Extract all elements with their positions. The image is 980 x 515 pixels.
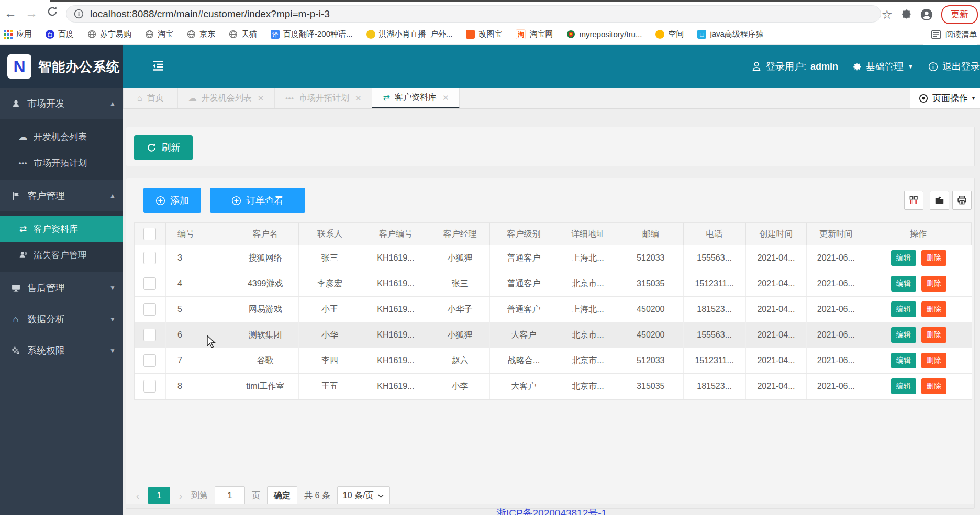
bookmark-item[interactable]: 改图宝 bbox=[466, 29, 502, 39]
bookmark-item[interactable]: 京东 bbox=[187, 29, 215, 39]
goto-label: 到第 bbox=[191, 490, 208, 501]
row-checkbox[interactable] bbox=[143, 252, 156, 264]
bookmark-item[interactable]: 苏宁易购 bbox=[87, 29, 131, 39]
close-icon[interactable]: ✕ bbox=[258, 94, 264, 103]
row-checkbox[interactable] bbox=[143, 329, 156, 341]
home-icon: ⌂ bbox=[9, 315, 22, 324]
sidebar-group-客户管理[interactable]: 客户管理▲ bbox=[0, 180, 123, 211]
edit-button[interactable]: 编辑 bbox=[891, 378, 916, 394]
print-button[interactable] bbox=[952, 191, 972, 210]
logout-button[interactable]: 退出登录 bbox=[928, 60, 980, 73]
bookmark-item[interactable]: 应用 bbox=[4, 29, 32, 39]
bookmark-item[interactable]: 淘宝 bbox=[145, 29, 173, 39]
delete-button[interactable]: 删除 bbox=[921, 378, 946, 394]
reload-icon[interactable] bbox=[42, 6, 63, 20]
order-view-button[interactable]: 订单查看 bbox=[210, 188, 305, 213]
close-icon[interactable]: ✕ bbox=[355, 94, 362, 103]
tab-开发机会列表[interactable]: ☁开发机会列表✕ bbox=[178, 88, 275, 108]
edit-button[interactable]: 编辑 bbox=[891, 327, 916, 343]
globe-icon bbox=[87, 30, 96, 39]
row-checkbox[interactable] bbox=[143, 228, 156, 240]
profile-icon[interactable] bbox=[920, 8, 933, 21]
info-circle-icon bbox=[928, 62, 938, 72]
edit-button[interactable]: 编辑 bbox=[891, 276, 916, 292]
prev-page-icon[interactable]: ‹ bbox=[134, 490, 141, 502]
export-button[interactable] bbox=[930, 191, 949, 210]
reading-list-button[interactable]: 阅读清单 bbox=[923, 24, 977, 45]
bookmark-label: 京东 bbox=[199, 29, 215, 39]
delete-button[interactable]: 删除 bbox=[921, 353, 946, 368]
site-info-icon[interactable] bbox=[74, 9, 84, 19]
next-page-icon[interactable]: › bbox=[177, 490, 184, 502]
taobao-icon: 淘 bbox=[516, 29, 526, 39]
bookmarks-bar: 应用百百度苏宁易购淘宝京东天猫译百度翻译-200种语...洪湖小肖直播_户外..… bbox=[0, 24, 980, 45]
chevron-up-icon: ▲ bbox=[109, 192, 116, 199]
app-title: 智能办公系统 bbox=[38, 58, 120, 75]
delete-button[interactable]: 删除 bbox=[921, 301, 946, 317]
bookmark-item[interactable]: 淘淘宝网 bbox=[516, 29, 553, 39]
refresh-button[interactable]: 刷新 bbox=[134, 135, 193, 160]
add-button[interactable]: 添加 bbox=[143, 188, 201, 213]
cell-客户编号: KH1619... bbox=[361, 348, 430, 373]
bookmark-item[interactable]: 天猫 bbox=[229, 29, 257, 39]
sidebar-item-开发机会列表[interactable]: ☁开发机会列表 bbox=[0, 124, 123, 150]
forward-icon[interactable]: → bbox=[21, 6, 42, 20]
bookmark-item[interactable]: 百百度 bbox=[46, 29, 74, 39]
cell-客户经理: 赵六 bbox=[430, 348, 490, 373]
edit-button[interactable]: 编辑 bbox=[891, 250, 916, 266]
edit-button[interactable]: 编辑 bbox=[891, 353, 916, 368]
tab-市场开拓计划[interactable]: •••市场开拓计划✕ bbox=[275, 88, 372, 108]
extensions-icon[interactable] bbox=[901, 9, 912, 20]
base-mgmt-menu[interactable]: 基础管理 ▼ bbox=[853, 60, 914, 73]
url-bar[interactable]: localhost:8088/crm/main#customer/index?m… bbox=[66, 5, 881, 23]
chevron-up-icon: ▲ bbox=[109, 100, 116, 107]
bookmark-item[interactable]: □java高级程序猿 bbox=[697, 29, 764, 39]
icp-footer-link[interactable]: 浙ICP备2020043812号-1 bbox=[123, 507, 980, 515]
filter-columns-button[interactable] bbox=[904, 191, 923, 210]
bookmark-item[interactable]: 空间 bbox=[655, 29, 684, 39]
logout-label: 退出登录 bbox=[942, 60, 980, 73]
home-icon: ⌂ bbox=[137, 94, 142, 103]
sidebar-collapse-icon[interactable] bbox=[152, 60, 164, 72]
sidebar-group-售后管理[interactable]: 售后管理▼ bbox=[0, 272, 123, 304]
row-checkbox[interactable] bbox=[143, 354, 156, 367]
row-checkbox[interactable] bbox=[143, 303, 156, 316]
cell-联系人: 小王 bbox=[299, 297, 362, 322]
sidebar-group-label: 系统权限 bbox=[27, 344, 65, 357]
cell-编号: 5 bbox=[166, 297, 232, 322]
row-checkbox[interactable] bbox=[143, 277, 156, 290]
sidebar-item-客户资料库[interactable]: ⇄客户资料库 bbox=[0, 216, 123, 242]
page-ops-button[interactable]: 页面操作 ▾ bbox=[910, 88, 980, 108]
back-icon[interactable]: ← bbox=[0, 6, 21, 20]
bookmark-item[interactable]: 洪湖小肖直播_户外... bbox=[366, 29, 453, 39]
confirm-page-button[interactable]: 确定 bbox=[267, 486, 297, 505]
row-checkbox[interactable] bbox=[143, 380, 156, 393]
sidebar-item-label: 开发机会列表 bbox=[34, 131, 87, 143]
logo-block[interactable]: N 智能办公系统 bbox=[0, 45, 123, 88]
sidebar-item-市场开拓计划[interactable]: •••市场开拓计划 bbox=[0, 150, 123, 176]
sidebar-group-市场开发[interactable]: 市场开发▲ bbox=[0, 88, 123, 119]
order-view-label: 订单查看 bbox=[246, 194, 284, 207]
filter-columns-icon bbox=[909, 195, 919, 205]
page-number-input[interactable] bbox=[215, 486, 245, 505]
sidebar-group-数据分析[interactable]: ⌂数据分析▼ bbox=[0, 304, 123, 335]
cell-客户经理: 小李 bbox=[430, 374, 490, 399]
bookmark-item[interactable]: 译百度翻译-200种语... bbox=[271, 29, 353, 39]
page-size-select[interactable]: 10 条/页 bbox=[337, 486, 391, 505]
delete-button[interactable]: 删除 bbox=[921, 276, 946, 292]
bookmark-item[interactable]: myrepository/tru... bbox=[566, 30, 642, 39]
plus-circle-icon bbox=[155, 196, 165, 206]
bookmark-star-icon[interactable]: ☆ bbox=[881, 8, 893, 21]
sidebar-group-系统权限[interactable]: 系统权限▼ bbox=[0, 335, 123, 366]
tab-首页[interactable]: ⌂首页 bbox=[123, 88, 178, 108]
cell-详细地址: 上海北... bbox=[558, 245, 618, 271]
delete-button[interactable]: 删除 bbox=[921, 327, 946, 343]
tab-label: 开发机会列表 bbox=[202, 93, 252, 104]
current-page-button[interactable]: 1 bbox=[148, 487, 170, 505]
browser-update-button[interactable]: 更新 bbox=[941, 5, 978, 24]
delete-button[interactable]: 删除 bbox=[921, 250, 946, 266]
close-icon[interactable]: ✕ bbox=[442, 93, 449, 103]
sidebar-item-流失客户管理[interactable]: 流失客户管理 bbox=[0, 242, 123, 268]
edit-button[interactable]: 编辑 bbox=[891, 301, 916, 317]
tab-客户资料库[interactable]: ⇄客户资料库✕ bbox=[372, 88, 460, 108]
